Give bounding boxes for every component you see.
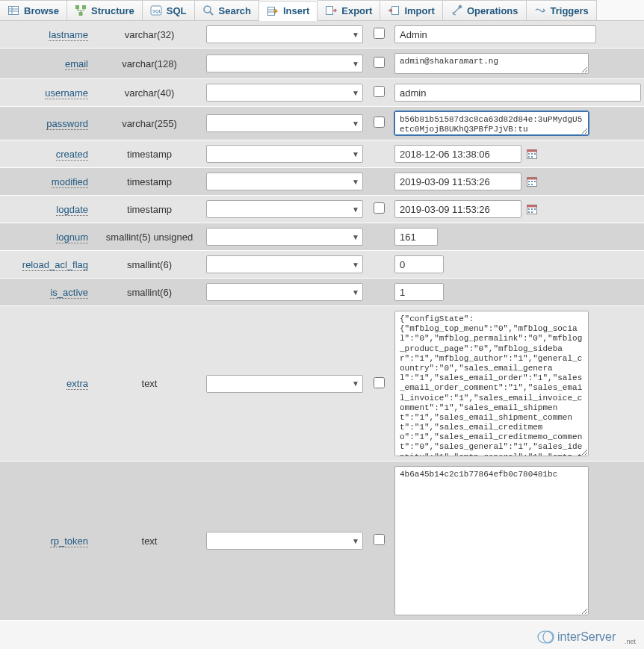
- field-rows: lastnamevarchar(32)▼emailvarchar(128)▼us…: [0, 21, 644, 621]
- null-checkbox[interactable]: [374, 28, 385, 39]
- column-link-reload_acl_flag[interactable]: reload_acl_flag: [22, 259, 88, 271]
- function-select[interactable]: ▼: [206, 375, 363, 393]
- tab-sql[interactable]: SQLSQL: [143, 0, 195, 20]
- column-type: smallint(5) unsigned: [97, 232, 202, 243]
- value-input[interactable]: [394, 25, 596, 43]
- function-select[interactable]: ▼: [206, 283, 363, 301]
- value-input[interactable]: [394, 283, 444, 301]
- value-input[interactable]: [394, 255, 444, 273]
- field-row-is_active: is_activesmallint(6)▼: [0, 279, 644, 306]
- column-link-lognum[interactable]: lognum: [56, 232, 88, 243]
- tab-browse[interactable]: Browse: [0, 0, 67, 20]
- svg-rect-23: [531, 156, 533, 158]
- tab-structure[interactable]: Structure: [67, 0, 143, 20]
- column-link-logdate[interactable]: logdate: [56, 204, 88, 216]
- field-row-extra: extratext▼: [0, 306, 644, 462]
- svg-text:SQL: SQL: [152, 9, 162, 13]
- tab-export[interactable]: Export: [318, 0, 380, 20]
- chevron-down-icon: ▼: [352, 31, 359, 39]
- svg-rect-4: [75, 5, 79, 9]
- function-select[interactable]: ▼: [206, 173, 363, 190]
- function-select[interactable]: ▼: [206, 114, 363, 132]
- value-input[interactable]: [394, 145, 521, 163]
- function-select[interactable]: ▼: [206, 255, 363, 273]
- svg-line-10: [210, 12, 213, 15]
- svg-rect-26: [528, 181, 530, 182]
- svg-rect-22: [528, 156, 530, 158]
- null-checkbox[interactable]: [374, 117, 385, 128]
- field-row-created: createdtimestamp▼: [0, 140, 644, 168]
- browse-icon: [7, 4, 19, 16]
- value-input[interactable]: [394, 173, 521, 190]
- null-checkbox[interactable]: [374, 534, 385, 545]
- null-checkbox[interactable]: [374, 202, 385, 214]
- svg-rect-18: [527, 150, 537, 152]
- svg-rect-15: [392, 7, 399, 15]
- column-type: varchar(128): [97, 58, 202, 69]
- svg-rect-29: [528, 184, 530, 185]
- function-select[interactable]: ▼: [206, 55, 363, 72]
- null-checkbox[interactable]: [374, 86, 385, 97]
- function-select[interactable]: ▼: [206, 84, 363, 102]
- column-link-lastname[interactable]: lastname: [49, 29, 88, 41]
- calendar-icon[interactable]: [526, 176, 538, 187]
- svg-rect-21: [534, 153, 536, 155]
- tab-label: Export: [341, 5, 372, 16]
- tab-operations[interactable]: Operations: [443, 0, 527, 20]
- column-link-email[interactable]: email: [65, 58, 88, 70]
- null-checkbox[interactable]: [374, 57, 385, 68]
- calendar-icon[interactable]: [526, 148, 538, 160]
- value-textarea[interactable]: [394, 53, 589, 74]
- function-select[interactable]: ▼: [206, 228, 363, 246]
- chevron-down-icon: ▼: [352, 379, 359, 388]
- svg-rect-28: [534, 181, 536, 182]
- tab-label: Search: [219, 5, 251, 16]
- column-type: text: [97, 535, 202, 547]
- svg-rect-30: [531, 184, 533, 185]
- calendar-icon[interactable]: [526, 203, 538, 215]
- tab-label: SQL: [167, 5, 187, 16]
- search-icon: [202, 4, 214, 16]
- value-textarea[interactable]: [394, 466, 589, 615]
- column-link-rp_token[interactable]: rp_token: [50, 535, 88, 547]
- value-input[interactable]: [394, 228, 438, 246]
- tab-search[interactable]: Search: [195, 0, 259, 20]
- tab-triggers[interactable]: Triggers: [527, 0, 597, 20]
- column-type: varchar(40): [97, 87, 202, 99]
- value-input[interactable]: [394, 200, 521, 218]
- column-link-is_active[interactable]: is_active: [50, 287, 88, 299]
- value-textarea[interactable]: [394, 311, 589, 456]
- column-type: smallint(6): [97, 259, 202, 270]
- column-link-username[interactable]: username: [45, 87, 88, 99]
- chevron-down-icon: ▼: [352, 205, 359, 214]
- column-type: smallint(6): [97, 287, 202, 298]
- column-link-created[interactable]: created: [56, 149, 88, 161]
- column-link-extra[interactable]: extra: [66, 378, 88, 390]
- column-link-password[interactable]: password: [46, 118, 88, 130]
- column-link-modified[interactable]: modified: [52, 176, 88, 188]
- chevron-down-icon: ▼: [352, 537, 359, 545]
- function-select[interactable]: ▼: [206, 145, 363, 163]
- tab-label: Insert: [283, 5, 309, 16]
- function-select[interactable]: ▼: [206, 200, 363, 218]
- svg-point-9: [204, 6, 211, 13]
- chevron-down-icon: ▼: [352, 150, 359, 158]
- null-checkbox[interactable]: [374, 377, 385, 388]
- chevron-down-icon: ▼: [352, 60, 359, 68]
- function-select[interactable]: ▼: [206, 25, 363, 43]
- tab-insert[interactable]: Insert: [259, 1, 318, 21]
- import-icon: [388, 4, 400, 16]
- svg-rect-36: [528, 211, 530, 213]
- chevron-down-icon: ▼: [352, 288, 359, 296]
- tab-import[interactable]: Import: [380, 0, 442, 20]
- svg-rect-6: [78, 12, 82, 16]
- svg-rect-19: [528, 153, 530, 155]
- field-row-lognum: lognumsmallint(5) unsigned▼: [0, 223, 644, 251]
- chevron-down-icon: ▼: [352, 89, 359, 97]
- tab-label: Browse: [24, 5, 59, 16]
- sql-icon: SQL: [150, 4, 162, 16]
- column-type: timestamp: [97, 149, 202, 160]
- value-textarea[interactable]: [394, 111, 589, 135]
- value-input[interactable]: [394, 84, 641, 102]
- function-select[interactable]: ▼: [206, 532, 363, 550]
